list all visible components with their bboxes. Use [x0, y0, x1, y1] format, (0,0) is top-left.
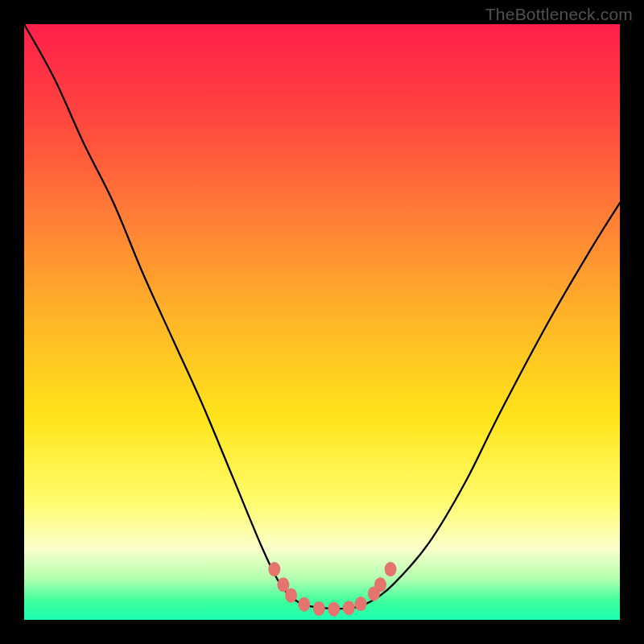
curve-marker	[313, 601, 325, 616]
watermark-text: TheBottleneck.com	[485, 5, 633, 24]
curve-svg	[24, 24, 620, 620]
curve-marker	[268, 562, 280, 576]
curve-markers	[268, 562, 396, 617]
curve-marker	[328, 602, 340, 617]
curve-marker	[355, 597, 367, 611]
curve-marker	[285, 588, 297, 603]
bottleneck-curve	[24, 24, 620, 609]
curve-marker	[374, 577, 386, 592]
curve-marker	[385, 562, 397, 576]
curve-marker	[298, 597, 310, 612]
curve-marker	[343, 601, 355, 615]
plot-area	[24, 24, 620, 620]
